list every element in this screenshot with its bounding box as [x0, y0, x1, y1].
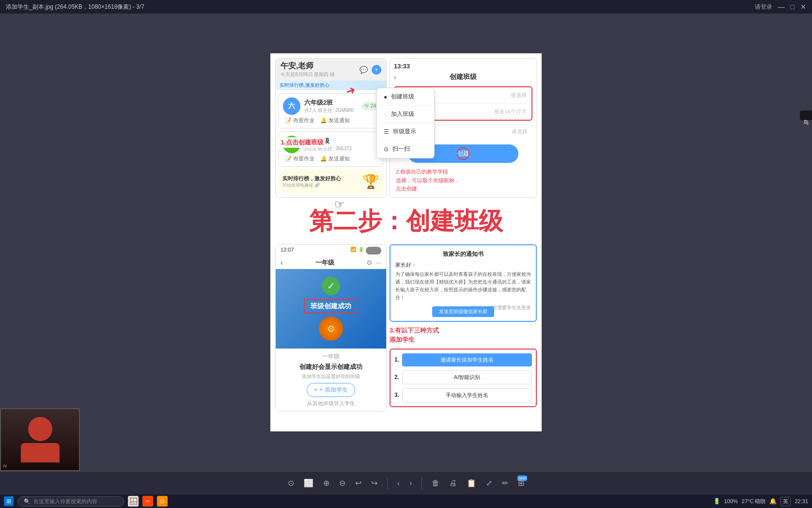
tool-undo[interactable]: ↩ [355, 478, 361, 488]
tool-delete[interactable]: 🗑 [432, 479, 439, 488]
start-btn[interactable]: ⊞ [4, 496, 14, 506]
taskbar-icon-1[interactable]: 🪟 [128, 496, 139, 507]
tool-print[interactable]: 🖨 [449, 479, 457, 488]
blp-nav-icons: ⊙ ··· [367, 259, 381, 266]
taskbar-icon-2[interactable]: ✂ [142, 496, 153, 507]
tool-zoom-out[interactable]: ⊖ [339, 478, 345, 488]
top-bar: 添加学生_副本.jpg (264.05KB，1080×1618像素) - 3/7… [0, 0, 812, 14]
separator-1 [387, 477, 388, 489]
menu-join-class[interactable]: ○ 加入班级 [377, 106, 434, 123]
method-btn-2[interactable]: AI智能识别 [402, 370, 532, 384]
lp-header: 午安,老师 今天是8月05日 星期四 晴 💬 + [276, 59, 386, 80]
add-student-icon: + [314, 386, 317, 393]
start-icon: ⊞ [6, 498, 11, 505]
win-close[interactable]: ✕ [800, 3, 806, 11]
three-ways-text: 3.有以下三种方式添加学生 [390, 327, 439, 344]
blp-add-note: 添加学生以设置好你的班级 [280, 373, 382, 380]
menu-scan[interactable]: ⊙ 扫一扫 [377, 141, 434, 158]
rp-time: 13:33 [394, 63, 532, 70]
check-circle: ✓ [322, 277, 340, 295]
win-min[interactable]: — [778, 3, 785, 11]
send-notif-btn[interactable]: 发送至班级微信家长群 [432, 306, 494, 317]
taskbar-icon-3[interactable]: ⊙ [157, 496, 168, 507]
badge-icon: ⊙ [328, 323, 335, 334]
notif-salutation: 家长好： [395, 261, 531, 269]
class-header-1: 六 六年级2班 共7人 班主任: JGM980 午 24 [283, 97, 379, 115]
circle-highlight [457, 147, 469, 160]
back-icon[interactable]: ‹ [394, 73, 396, 81]
webcam-feed: Ai [1, 409, 79, 470]
tool-copy[interactable]: 📋 [467, 478, 476, 488]
blp-time-bar: 13:07 📶 🔋 [276, 245, 386, 256]
lang-indicator[interactable]: 英 [781, 497, 791, 506]
settings-icon[interactable]: ⊙ [367, 259, 372, 266]
notify-btn-2[interactable]: 🔔 发送通知 [320, 155, 350, 162]
separator-2 [422, 477, 422, 489]
notification-icon[interactable]: 🔔 [769, 498, 777, 505]
step2-text: 第二步：创建班级 [309, 207, 503, 235]
date-text: 今天是8月05日 星期四 晴 [281, 71, 335, 78]
tool-zoom-in[interactable]: ⊕ [323, 478, 329, 488]
class-item-2[interactable]: 我 我的班级 共2人 班主任: JN5372 📝 布置作业 🔔 发送通知 [279, 131, 383, 167]
class-meta-1: 共7人 班主任: JGM980 [304, 107, 358, 114]
taskbar-search[interactable]: 🔍 在这里输入你要搜索的内容 [17, 496, 124, 507]
method-num-2: 2. [394, 374, 399, 381]
method-btn-1[interactable]: 邀请家长添加学生姓名 [402, 353, 532, 366]
bottom-left-phone: 13:07 📶 🔋 ‹ 一年级 ⊙ ··· ✓ [275, 244, 387, 412]
chat-icon[interactable]: 💬 [359, 66, 368, 74]
taskbar-right: 🔋 100% 27°C 晴朗 🔔 英 22:31 [713, 497, 808, 506]
class-actions-1: 📝 布置作业 🔔 发送通知 [283, 117, 379, 124]
create-label: 创建班级 [391, 93, 414, 101]
app-icon-3: ⊙ [160, 498, 165, 505]
win-max[interactable]: □ [791, 3, 795, 11]
tool-new-wrapper: ⊞ new [518, 478, 524, 488]
toggle-off[interactable] [366, 247, 381, 254]
viewer-container: 午安,老师 今天是8月05日 星期四 晴 💬 + 实时排行榜,激发好胜心 六 [0, 14, 812, 471]
tool-redo[interactable]: ↪ [371, 478, 377, 488]
ranking-sub: 开始使用电脑端 🔗 [282, 182, 341, 189]
more-icon[interactable]: ··· [376, 259, 381, 266]
tool-crop[interactable]: ⬜ [304, 478, 313, 488]
top-bar-right: 请登录 — □ ✕ [755, 3, 806, 11]
assign-btn-2[interactable]: 📝 布置作业 [285, 155, 314, 162]
method-num-1: 1. [394, 356, 399, 363]
method-num-3: 3. [394, 392, 399, 398]
notif-title: 致家长的通知书 [395, 250, 531, 258]
rp-note: 2.根据自己的教学学段 选择，可以取个班级昵称， 点击创建 [394, 168, 532, 193]
menu-class-display[interactable]: ☰ 班级显示 [377, 123, 434, 141]
blp-class-name: 一年级 [315, 258, 334, 267]
tool-prev[interactable]: ‹ [397, 479, 400, 488]
tool-expand[interactable]: ⤢ [486, 478, 492, 488]
menu-create-class[interactable]: ● 创建班级 [377, 88, 434, 106]
tool-edit[interactable]: ✏ [502, 478, 508, 488]
blp-add-btn[interactable]: + + 添加学生 [307, 383, 355, 397]
import-value: 请选择 [512, 128, 528, 135]
tool-target[interactable]: ⊙ [288, 478, 294, 488]
methods-box: 1. 邀请家长添加学生姓名 2. AI智能识别 3. 手动输入学生姓名 [390, 349, 537, 407]
rp-title: 创建班级 [450, 73, 477, 81]
scan-label: 扫一扫 [392, 145, 410, 153]
notify-btn-1[interactable]: 🔔 发送通知 [320, 117, 350, 124]
add-icon[interactable]: + [372, 65, 381, 75]
left-phone: 午安,老师 今天是8月05日 星期四 晴 💬 + 实时排行榜,激发好胜心 六 [275, 58, 387, 198]
ranking-title: 实时排行榜，激发好胜心 [282, 175, 341, 182]
person-body [21, 443, 60, 462]
note-line1: 2.根据自己的教学学段 [396, 169, 448, 175]
class-item-1[interactable]: 六 六年级2班 共7人 班主任: JGM980 午 24 📝 布置作业 🔔 发送… [279, 93, 383, 128]
image-content: 午安,老师 今天是8月05日 星期四 晴 💬 + 实时排行榜,激发好胜心 六 [270, 53, 542, 431]
annotation-1: 1.点击创建班级 [279, 137, 326, 148]
success-label: 班级创建成功 [304, 299, 358, 314]
scan-icon: ⊙ [384, 146, 389, 153]
assign-btn-1[interactable]: 📝 布置作业 [285, 117, 314, 124]
login-btn[interactable]: 请登录 [755, 3, 772, 11]
class-grade-1: 六年级2班 [304, 98, 358, 107]
blp-nav: ‹ 一年级 ⊙ ··· [276, 256, 386, 269]
blp-body: 一年级 创建好会显示创建成功 添加学生以设置好你的班级 + + 添加学生 从其他… [276, 349, 386, 411]
tool-next[interactable]: › [409, 479, 412, 488]
blp-back-icon[interactable]: ‹ [281, 258, 283, 267]
new-badge: new [517, 476, 528, 481]
method-btn-3[interactable]: 手动输入学生姓名 [402, 388, 532, 402]
battery-icon: 🔋 [358, 247, 364, 254]
three-ways-note: 3.有以下三种方式添加学生 [390, 326, 537, 345]
create-dot: ● [384, 94, 387, 100]
